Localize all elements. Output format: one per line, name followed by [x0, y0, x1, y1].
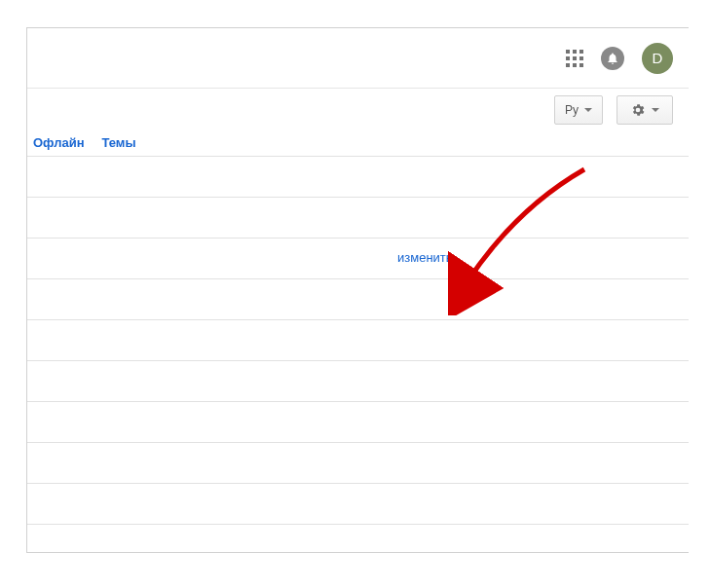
notifications-button[interactable] — [601, 47, 624, 70]
edit-link[interactable]: изменить — [397, 250, 453, 265]
list-row — [27, 484, 689, 525]
app-frame: D Ру Офлайн Темы изменить — [26, 27, 689, 553]
tab-offline[interactable]: Офлайн — [33, 135, 85, 150]
header-bar: D — [27, 28, 689, 89]
language-button[interactable]: Ру — [554, 95, 603, 125]
avatar-initial: D — [653, 50, 663, 66]
list-row — [27, 279, 689, 320]
list-row — [27, 320, 689, 361]
list-row — [27, 402, 689, 443]
list-row — [27, 157, 689, 198]
list-row: изменить — [27, 239, 689, 279]
list-row — [27, 198, 689, 239]
gear-icon — [630, 102, 646, 118]
avatar[interactable]: D — [642, 43, 673, 74]
tab-themes[interactable]: Темы — [102, 135, 136, 150]
bell-icon — [606, 52, 619, 65]
settings-list: изменить — [27, 156, 689, 525]
list-row — [27, 443, 689, 484]
language-label: Ру — [565, 103, 579, 117]
toolbar: Ру — [27, 89, 689, 129]
settings-tabs: Офлайн Темы — [27, 129, 689, 156]
chevron-down-icon — [584, 108, 592, 112]
apps-grid-icon[interactable] — [566, 50, 583, 67]
chevron-down-icon — [652, 108, 659, 112]
list-row — [27, 361, 689, 402]
settings-button[interactable] — [617, 95, 673, 125]
